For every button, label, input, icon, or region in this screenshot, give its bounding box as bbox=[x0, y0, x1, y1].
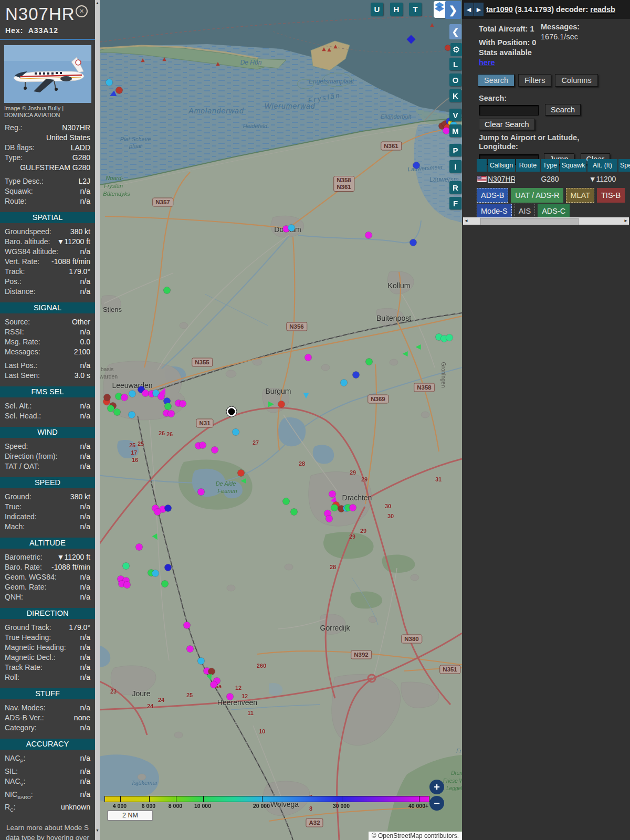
aircraft-dot[interactable] bbox=[168, 411, 175, 417]
scrollbar-thumb[interactable] bbox=[480, 218, 579, 225]
filter-ais[interactable]: AIS bbox=[514, 204, 535, 218]
aircraft-dot[interactable] bbox=[331, 505, 338, 511]
aircraft-dot[interactable] bbox=[365, 232, 372, 239]
map-button-v[interactable]: V bbox=[449, 109, 461, 121]
filter-tisb[interactable]: TIS-B bbox=[597, 188, 625, 203]
aircraft-dot[interactable] bbox=[165, 403, 172, 410]
column-header-type[interactable]: Type bbox=[541, 159, 559, 172]
aircraft-dot[interactable] bbox=[180, 401, 186, 407]
scroll-right-icon[interactable]: ► bbox=[623, 217, 629, 225]
close-icon[interactable]: × bbox=[76, 5, 88, 17]
settings-button[interactable]: ⚙ bbox=[450, 43, 462, 56]
aircraft-dot[interactable] bbox=[410, 239, 417, 246]
detail-value-link[interactable]: N307HR bbox=[62, 123, 90, 133]
map-button-k[interactable]: K bbox=[449, 89, 461, 102]
filter-uatadsr[interactable]: UAT / ADS-R bbox=[511, 188, 563, 203]
aircraft-dot[interactable] bbox=[121, 394, 128, 401]
selected-aircraft-marker[interactable] bbox=[227, 407, 237, 417]
aircraft-dot[interactable] bbox=[116, 87, 123, 94]
aircraft-dot[interactable] bbox=[227, 694, 234, 700]
clear-search-button[interactable]: Clear Search bbox=[479, 119, 535, 130]
horizontal-scrollbar[interactable]: ◄ ► bbox=[463, 217, 629, 225]
map-button-o[interactable]: O bbox=[449, 74, 461, 86]
scroll-down-icon[interactable]: ▼ bbox=[95, 827, 100, 834]
filter-adsb[interactable]: ADS-B bbox=[477, 188, 508, 203]
sidebar-scrollbar[interactable]: ▲ ▼ bbox=[95, 0, 100, 840]
aircraft-dot[interactable] bbox=[165, 564, 172, 571]
expand-panel-button[interactable]: ❯ bbox=[445, 1, 461, 19]
aircraft-dot[interactable] bbox=[123, 563, 130, 570]
history-back-button[interactable]: ◀ bbox=[464, 3, 474, 16]
zoom-out-button[interactable]: − bbox=[429, 796, 444, 811]
column-header-flag[interactable] bbox=[477, 159, 487, 172]
aircraft-dot[interactable] bbox=[136, 544, 143, 551]
stats-here-link[interactable]: here bbox=[479, 58, 495, 67]
column-header-callsign[interactable]: Callsign bbox=[488, 159, 515, 172]
aircraft-dot[interactable] bbox=[124, 582, 131, 589]
scroll-up-icon[interactable]: ▲ bbox=[95, 0, 100, 6]
aircraft-dot[interactable] bbox=[165, 505, 172, 512]
map-button-t[interactable]: T bbox=[409, 3, 422, 16]
tab-search[interactable]: Search bbox=[478, 74, 514, 87]
history-forward-button[interactable]: ▶ bbox=[474, 3, 484, 16]
aircraft-dot[interactable] bbox=[114, 409, 121, 416]
aircraft-dot[interactable] bbox=[200, 442, 206, 449]
aircraft-dot[interactable] bbox=[445, 45, 451, 51]
map-button-m[interactable]: M bbox=[449, 124, 461, 137]
aircraft-dot[interactable] bbox=[278, 401, 285, 408]
aircraft-dot[interactable] bbox=[129, 412, 135, 418]
aircraft-dot[interactable] bbox=[108, 405, 114, 412]
aircraft-dot[interactable] bbox=[288, 225, 295, 232]
aircraft-dot[interactable] bbox=[104, 394, 111, 401]
column-header-speed[interactable]: Speed bbox=[618, 159, 630, 172]
tab-filters[interactable]: Filters bbox=[518, 74, 551, 87]
aircraft-dot[interactable] bbox=[305, 354, 312, 361]
aircraft-dot[interactable] bbox=[211, 681, 217, 688]
aircraft-dot[interactable] bbox=[162, 581, 169, 587]
aircraft-dot[interactable] bbox=[446, 334, 453, 341]
column-header-altft[interactable]: Alt. (ft) bbox=[587, 159, 617, 172]
scroll-left-icon[interactable]: ◄ bbox=[463, 217, 469, 225]
aircraft-dot[interactable] bbox=[291, 509, 298, 516]
aircraft-dot[interactable] bbox=[233, 429, 239, 436]
map-attribution[interactable]: © OpenStreetMap contributors. bbox=[369, 832, 462, 840]
aircraft-dot[interactable] bbox=[326, 516, 333, 522]
readsb-link[interactable]: readsb bbox=[590, 5, 615, 14]
tar1090-link[interactable]: tar1090 bbox=[486, 5, 513, 14]
aircraft-table-row[interactable]: N307HR G280 ▼11200 bbox=[477, 174, 630, 185]
aircraft-dot[interactable] bbox=[238, 470, 245, 477]
callsign-link[interactable]: N307HR bbox=[488, 174, 515, 185]
aircraft-dot[interactable] bbox=[341, 380, 348, 386]
aircraft-dot[interactable] bbox=[198, 489, 205, 496]
aircraft-dot[interactable] bbox=[212, 447, 218, 454]
map-button-i[interactable]: I bbox=[449, 160, 461, 173]
aircraft-dot[interactable] bbox=[198, 658, 205, 665]
aircraft-dot[interactable] bbox=[164, 287, 171, 294]
filter-mlat[interactable]: MLAT bbox=[566, 188, 594, 203]
map-button-h[interactable]: H bbox=[390, 3, 403, 16]
aircraft-dot[interactable] bbox=[366, 359, 373, 365]
zoom-in-button[interactable]: + bbox=[429, 780, 444, 794]
search-button[interactable]: Search bbox=[545, 104, 581, 116]
aircraft-dot[interactable] bbox=[329, 491, 336, 498]
map-button-l[interactable]: L bbox=[449, 58, 461, 70]
search-input[interactable] bbox=[479, 105, 539, 116]
aircraft-dot[interactable] bbox=[350, 505, 356, 511]
aircraft-dot[interactable] bbox=[353, 372, 360, 379]
aircraft-dot[interactable] bbox=[152, 570, 159, 577]
detail-value-link[interactable]: LADD bbox=[71, 143, 90, 153]
aircraft-dot[interactable] bbox=[413, 162, 420, 169]
tab-columns[interactable]: Columns bbox=[555, 74, 597, 87]
aircraft-dot[interactable] bbox=[129, 391, 136, 397]
collapse-sidebar-button[interactable]: ❮ bbox=[449, 24, 461, 39]
filter-adsc[interactable]: ADS-C bbox=[538, 204, 570, 218]
column-header-squawk[interactable]: Squawk bbox=[560, 159, 586, 172]
aircraft-dot[interactable] bbox=[106, 79, 113, 86]
aircraft-photo[interactable] bbox=[4, 45, 91, 103]
aircraft-dot[interactable] bbox=[187, 646, 194, 653]
map[interactable]: DokkumKollumBuitenpostStiensLeeuwardenBu… bbox=[100, 0, 462, 840]
map-button-f[interactable]: F bbox=[449, 197, 461, 209]
map-button-u[interactable]: U bbox=[371, 3, 383, 16]
filter-modes[interactable]: Mode-S bbox=[477, 204, 512, 218]
map-button-r[interactable]: R bbox=[449, 181, 461, 194]
